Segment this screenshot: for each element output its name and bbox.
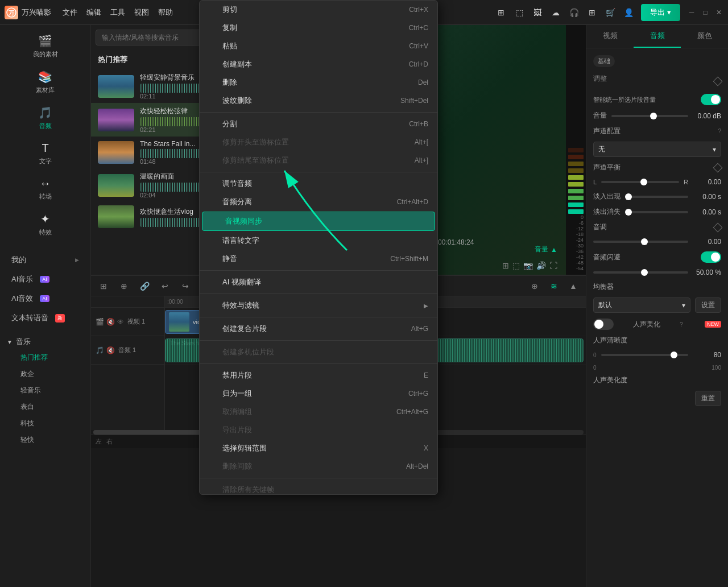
tab-video[interactable]: 视频 (586, 25, 634, 48)
minimize-button[interactable]: ─ (687, 8, 696, 17)
sidebar-music-header[interactable]: ▼ 音乐 (7, 337, 84, 347)
pitch-slider-thumb[interactable] (641, 238, 648, 245)
balance-slider-thumb[interactable] (640, 179, 647, 185)
context-menu-delete-gap[interactable]: 删除间隙 Alt+Del (200, 457, 437, 476)
context-menu-effects-filters[interactable]: 特效与滤镜 ▶ (200, 296, 437, 315)
menu-edit[interactable]: 编辑 (86, 7, 101, 18)
sidebar-nav-ai-music[interactable]: AI音乐 AI (5, 270, 86, 289)
export-button[interactable]: 导出 ▾ (641, 4, 680, 21)
crop-icon[interactable]: ⬚ (514, 7, 525, 18)
sidebar-tab-effects[interactable]: ✦ 特效 (5, 208, 86, 241)
sidebar-nav-my[interactable]: 我的 (5, 250, 86, 270)
audio-wave-button[interactable]: ≋ (546, 278, 562, 294)
sidebar-subitem-confession[interactable]: 表白 (7, 399, 84, 415)
link-button[interactable]: 🔗 (136, 278, 152, 294)
grid-icon[interactable]: ⊞ (495, 7, 507, 18)
sidebar-tab-media-lib[interactable]: 📚 素材库 (5, 65, 86, 99)
zoom-button[interactable]: ▲ (565, 278, 581, 294)
sidebar-tab-transition[interactable]: ↔ 转场 (5, 172, 86, 205)
context-menu-trim-start[interactable]: 修剪开头至游标位置 Alt+[ (200, 133, 437, 151)
menu-view[interactable]: 视图 (134, 7, 149, 18)
equalizer-select[interactable]: 默认 ▾ (593, 297, 690, 313)
voice-clarity-slider[interactable] (601, 354, 688, 356)
context-menu-adjust-audio[interactable]: 调节音频 (200, 175, 437, 193)
adjust-keyframe-icon[interactable] (713, 76, 723, 86)
sidebar-tab-text[interactable]: T 文字 (5, 137, 86, 170)
audio-track-mute[interactable]: 🔇 (106, 346, 115, 354)
user-icon[interactable]: 👤 (623, 7, 634, 18)
noise-reduce-toggle[interactable] (701, 251, 721, 263)
context-menu-clear-keyframes[interactable]: 清除所有关键帧 (200, 481, 437, 495)
reset-button[interactable]: 重置 (695, 391, 721, 406)
preview-sound-icon[interactable]: 🔊 (536, 261, 546, 270)
video-track-lock[interactable]: 🔇 (106, 318, 115, 326)
menu-help[interactable]: 帮助 (158, 7, 173, 18)
preview-fullscreen-icon[interactable]: ⛶ (549, 261, 557, 270)
context-menu-av-sync[interactable]: 音视频同步 (202, 212, 435, 231)
sidebar-subitem-tech[interactable]: 科技 (7, 415, 84, 432)
voice-clarity-thumb[interactable] (671, 352, 677, 358)
undo-button[interactable]: ↩ (157, 278, 173, 294)
menu-file[interactable]: 文件 (63, 7, 77, 18)
context-menu-export-clip[interactable]: 导出片段 (200, 421, 437, 439)
volume-slider-thumb[interactable] (650, 113, 657, 119)
volume-slider[interactable] (611, 115, 688, 117)
context-menu-speech-to-text[interactable]: 语言转文字 (200, 232, 437, 250)
context-menu-paste[interactable]: 粘贴 Ctrl+V (200, 37, 437, 55)
redo-button[interactable]: ↪ (177, 278, 193, 294)
fade-in-slider[interactable] (625, 196, 688, 198)
fade-out-thumb[interactable] (625, 209, 632, 216)
balance-keyframe-icon[interactable] (713, 163, 723, 172)
video-track-eye[interactable]: 👁 (117, 318, 124, 326)
preview-snapshot-icon[interactable]: 📷 (523, 261, 533, 270)
context-menu-copy[interactable]: 复制 Ctrl+C (200, 19, 437, 37)
context-menu-duplicate[interactable]: 创建副本 Ctrl+D (200, 55, 437, 73)
preview-crop-icon[interactable]: ⬚ (512, 261, 520, 270)
fade-out-slider[interactable] (625, 211, 688, 213)
sidebar-subitem-zhengqi[interactable]: 政企 (7, 366, 84, 382)
voice-beautify-toggle[interactable] (593, 319, 614, 330)
context-menu-ungroup[interactable]: 取消编组 Ctrl+Alt+G (200, 403, 437, 421)
context-menu-group[interactable]: 归为一组 Ctrl+G (200, 385, 437, 403)
menu-tools[interactable]: 工具 (110, 7, 125, 18)
context-menu-mute[interactable]: 静音 Ctrl+Shift+M (200, 250, 437, 268)
context-menu-compound[interactable]: 创建复合片段 Alt+G (200, 320, 437, 338)
context-menu-audio-separate[interactable]: 音频分离 Ctrl+Alt+D (200, 193, 437, 211)
magnet-button[interactable]: ⊕ (116, 278, 132, 294)
context-menu-cut[interactable]: 剪切 Ctrl+X (200, 1, 437, 19)
noise-slider-thumb[interactable] (641, 269, 648, 276)
context-menu-multicam[interactable]: 创建多机位片段 (200, 343, 437, 361)
context-menu-ai-translate[interactable]: AI 视频翻译 (200, 273, 437, 291)
pitch-keyframe-icon[interactable] (713, 222, 723, 232)
context-menu-delete[interactable]: 删除 Del (200, 73, 437, 92)
sidebar-nav-tts[interactable]: 文本转语音 新 (5, 308, 86, 328)
maximize-button[interactable]: □ (701, 8, 710, 17)
tab-color[interactable]: 颜色 (681, 25, 728, 48)
sidebar-subitem-lively[interactable]: 轻快 (7, 432, 84, 448)
sidebar-tab-audio[interactable]: 🎵 音频 (5, 101, 86, 135)
balance-slider[interactable] (601, 181, 679, 183)
tab-audio[interactable]: 音频 (634, 25, 681, 48)
apps-icon[interactable]: ⊞ (586, 7, 598, 18)
add-track-button[interactable]: ⊕ (527, 278, 543, 294)
noise-slider[interactable] (593, 271, 688, 274)
close-button[interactable]: ✕ (714, 8, 723, 17)
cart-icon[interactable]: 🛒 (605, 7, 616, 18)
context-menu-disable[interactable]: 禁用片段 E (200, 366, 437, 385)
context-menu-ripple-delete[interactable]: 波纹删除 Shift+Del (200, 92, 437, 110)
sidebar-nav-ai-sfx[interactable]: AI音效 AI (5, 289, 86, 308)
cloud-icon[interactable]: ☁ (550, 7, 561, 18)
context-menu-select-range[interactable]: 选择剪辑范围 X (200, 439, 437, 457)
grid-view-button[interactable]: ⊞ (96, 278, 111, 294)
sidebar-subitem-hot[interactable]: 热门推荐 (7, 349, 84, 366)
headphone-icon[interactable]: 🎧 (568, 7, 580, 18)
context-menu-trim-end[interactable]: 修剪结尾至游标位置 Alt+] (200, 151, 437, 170)
preview-grid-icon[interactable]: ⊞ (502, 261, 509, 270)
pitch-slider[interactable] (593, 241, 688, 243)
channel-select[interactable]: 无 ▾ (593, 142, 721, 157)
fade-in-thumb[interactable] (625, 193, 632, 200)
sidebar-subitem-light[interactable]: 轻音乐 (7, 382, 84, 399)
sidebar-tab-my-media[interactable]: 🎬 我的素材 (5, 30, 86, 63)
smart-volume-toggle[interactable] (701, 94, 721, 105)
equalizer-settings-button[interactable]: 设置 (695, 297, 721, 313)
